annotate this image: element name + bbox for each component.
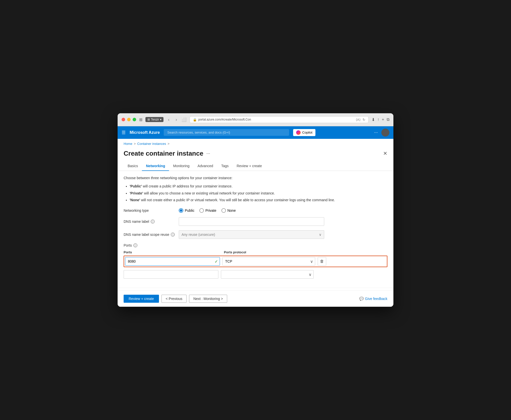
close-button[interactable]: ✕ bbox=[383, 150, 387, 156]
address-bar[interactable]: 🔒 portal.azure.com/#create/Microsoft.Con… bbox=[190, 116, 369, 123]
page-icon: ⬜ bbox=[182, 117, 187, 122]
trash-icon-1: 🗑 bbox=[320, 259, 324, 264]
dns-info-icon[interactable]: ⓘ bbox=[151, 220, 155, 224]
back-button[interactable]: ‹ bbox=[166, 117, 171, 123]
port-input-2[interactable] bbox=[124, 270, 218, 279]
footer-bar: Review + create < Previous Next : Monito… bbox=[118, 290, 393, 307]
copilot-label: Copilot bbox=[302, 131, 312, 134]
copilot-button[interactable]: Copilot bbox=[293, 129, 315, 136]
download-icon[interactable]: ⬇ bbox=[372, 117, 375, 122]
footer-divider bbox=[118, 288, 393, 288]
radio-inner-public bbox=[180, 209, 182, 212]
tab-advanced[interactable]: Advanced bbox=[194, 161, 217, 171]
ports-col-header-port: Ports bbox=[124, 250, 221, 254]
form-description: Choose between three networking options … bbox=[124, 176, 387, 180]
new-tab-icon[interactable]: + bbox=[382, 117, 384, 122]
radio-none[interactable]: None bbox=[221, 208, 236, 213]
minimize-traffic-light[interactable] bbox=[127, 118, 131, 121]
breadcrumb-sep-2: > bbox=[167, 142, 169, 146]
radio-public[interactable]: Public bbox=[179, 208, 194, 213]
avatar[interactable] bbox=[381, 129, 389, 137]
more-options-icon[interactable]: ··· bbox=[374, 130, 378, 135]
protocol-select-2[interactable]: TCP UDP bbox=[221, 270, 314, 279]
feedback-button[interactable]: 💬 Give feedback bbox=[359, 297, 388, 301]
tab-monitoring[interactable]: Monitoring bbox=[169, 161, 193, 171]
breadcrumb-container-instances[interactable]: Container instances bbox=[137, 142, 166, 146]
ports-table-header: Ports Ports protocol bbox=[124, 250, 387, 254]
bullet-private: 'Private' will allow you to choose a new… bbox=[130, 190, 387, 196]
ports-section: Ports ⓘ Ports Ports protocol ✓ TCP bbox=[124, 243, 387, 280]
next-button[interactable]: Next : Monitoring > bbox=[189, 295, 227, 303]
tab-basics[interactable]: Basics bbox=[124, 161, 142, 171]
port-row-1: ✓ TCP UDP ∨ 🗑 bbox=[124, 256, 387, 267]
delete-row-1-button[interactable]: 🗑 bbox=[318, 257, 326, 266]
browser-window: ⊞ ⊞ Tenzir ▾ ‹ › ⬜ 🔒 portal.azure.com/#c… bbox=[118, 113, 393, 307]
page-header-left: Create container instance ··· bbox=[124, 150, 210, 157]
azure-topbar: ☰ Microsoft Azure Copilot ··· bbox=[118, 126, 393, 139]
review-create-button[interactable]: Review + create bbox=[124, 295, 159, 303]
copilot-icon bbox=[296, 130, 301, 135]
port-row-2: TCP UDP ∨ bbox=[124, 269, 387, 280]
dns-scope-info-icon[interactable]: ⓘ bbox=[171, 233, 175, 237]
dns-scope-label: DNS name label scope reuse ⓘ bbox=[124, 233, 179, 237]
bullet-list: 'Public' will create a public IP address… bbox=[130, 183, 387, 203]
translate-icon[interactable]: ⟨A⟩ bbox=[356, 118, 361, 122]
port-input-1[interactable] bbox=[125, 257, 220, 266]
dns-name-input[interactable] bbox=[179, 217, 324, 226]
profile-name: Tenzir bbox=[151, 118, 159, 121]
share-icon[interactable]: ↑ bbox=[377, 117, 379, 122]
networking-type-row: Networking type Public Private bbox=[124, 208, 387, 213]
networking-type-label: Networking type bbox=[124, 208, 179, 213]
tab-review-create[interactable]: Review + create bbox=[233, 161, 266, 171]
close-traffic-light[interactable] bbox=[122, 118, 125, 121]
radio-circle-public bbox=[179, 208, 183, 213]
breadcrumb: Home > Container instances > bbox=[118, 139, 393, 147]
search-input[interactable] bbox=[164, 129, 289, 136]
browser-actions: ⬇ ↑ + ⧉ bbox=[372, 117, 389, 122]
page-title: Create container instance bbox=[124, 150, 203, 157]
lock-icon: 🔒 bbox=[193, 118, 197, 122]
tabs-container: Basics Networking Monitoring Advanced Ta… bbox=[118, 161, 393, 171]
dns-scope-select[interactable]: Any reuse (unsecure) ∨ bbox=[179, 230, 324, 239]
port-check-icon-1: ✓ bbox=[215, 259, 218, 264]
browser-titlebar: ⊞ ⊞ Tenzir ▾ ‹ › ⬜ 🔒 portal.azure.com/#c… bbox=[118, 113, 393, 126]
radio-circle-none bbox=[221, 208, 226, 213]
feedback-icon: 💬 bbox=[359, 297, 364, 301]
dns-label-row: DNS name label ⓘ bbox=[124, 217, 387, 226]
port-input-wrap-2 bbox=[124, 270, 218, 279]
maximize-traffic-light[interactable] bbox=[133, 118, 136, 121]
azure-logo: Microsoft Azure bbox=[130, 130, 160, 135]
more-options-button[interactable]: ··· bbox=[206, 151, 210, 156]
tab-tags[interactable]: Tags bbox=[217, 161, 233, 171]
ports-info-icon[interactable]: ⓘ bbox=[133, 243, 137, 247]
dns-scope-row: DNS name label scope reuse ⓘ Any reuse (… bbox=[124, 230, 387, 239]
breadcrumb-sep-1: > bbox=[134, 142, 136, 146]
sidebar-toggle[interactable]: ⊞ bbox=[139, 117, 142, 122]
protocol-select-wrap-2: TCP UDP ∨ bbox=[221, 270, 314, 279]
radio-circle-private bbox=[199, 208, 204, 213]
bullet-none: 'None' will not create either a public I… bbox=[130, 197, 387, 203]
profile-button[interactable]: ⊞ Tenzir ▾ bbox=[145, 117, 163, 122]
breadcrumb-home[interactable]: Home bbox=[124, 142, 132, 146]
form-area: Choose between three networking options … bbox=[118, 171, 393, 287]
networking-radio-group: Public Private None bbox=[179, 208, 236, 213]
tab-overview-icon[interactable]: ⧉ bbox=[387, 117, 389, 122]
url-text: portal.azure.com/#create/Microsoft.Con bbox=[198, 118, 251, 121]
ports-col-header-protocol: Ports protocol bbox=[224, 250, 319, 254]
feedback-label: Give feedback bbox=[365, 297, 388, 301]
grid-icon: ⊞ bbox=[147, 118, 150, 121]
page-header: Create container instance ··· ✕ bbox=[118, 147, 393, 161]
topbar-right: ··· bbox=[374, 129, 389, 137]
bullet-public: 'Public' will create a public IP address… bbox=[130, 183, 387, 189]
forward-button[interactable]: › bbox=[174, 117, 179, 123]
dns-label-label: DNS name label ⓘ bbox=[124, 220, 179, 224]
refresh-icon[interactable]: ↻ bbox=[363, 118, 365, 122]
protocol-select-1[interactable]: TCP UDP bbox=[222, 257, 315, 266]
hamburger-menu-icon[interactable]: ☰ bbox=[122, 130, 126, 135]
radio-private[interactable]: Private bbox=[199, 208, 216, 213]
dns-scope-chevron-icon: ∨ bbox=[319, 233, 321, 237]
chevron-down-icon: ▾ bbox=[160, 118, 161, 121]
ports-label: Ports ⓘ bbox=[124, 243, 387, 247]
previous-button[interactable]: < Previous bbox=[161, 295, 187, 303]
tab-networking[interactable]: Networking bbox=[142, 161, 169, 171]
